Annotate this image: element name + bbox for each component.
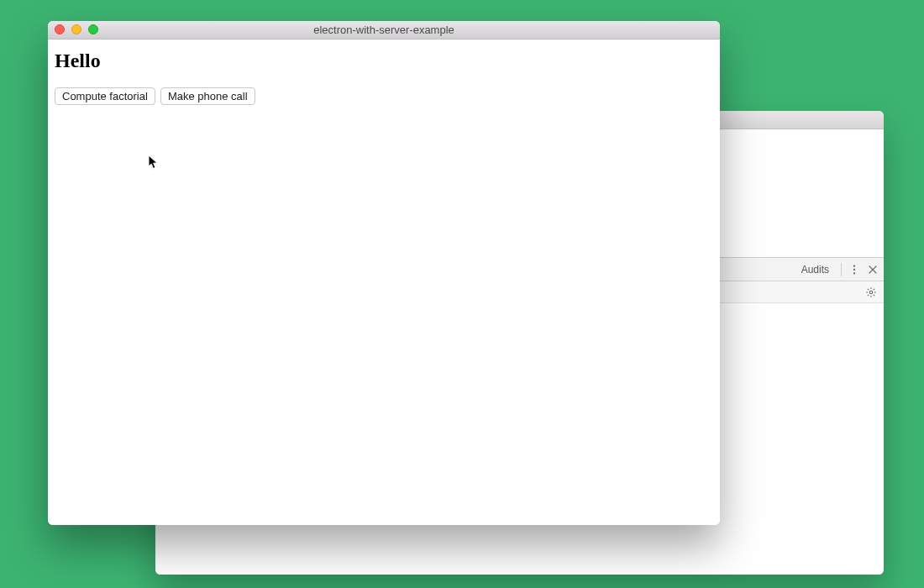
window-titlebar[interactable]: electron-with-server-example bbox=[48, 21, 720, 39]
make-phone-call-button[interactable]: Make phone call bbox=[160, 87, 255, 105]
svg-point-0 bbox=[853, 265, 855, 266]
svg-point-1 bbox=[853, 268, 855, 270]
svg-point-3 bbox=[869, 291, 873, 294]
gear-icon[interactable] bbox=[865, 286, 877, 298]
traffic-lights bbox=[55, 24, 98, 34]
window-minimize-button[interactable] bbox=[71, 24, 81, 34]
window-zoom-button[interactable] bbox=[88, 24, 98, 34]
button-row: Compute factorial Make phone call bbox=[55, 87, 713, 105]
svg-line-9 bbox=[874, 294, 874, 295]
window-close-button[interactable] bbox=[55, 24, 65, 34]
close-icon[interactable] bbox=[867, 264, 879, 276]
page-title: Hello bbox=[55, 50, 713, 72]
svg-line-10 bbox=[874, 288, 874, 289]
svg-line-11 bbox=[868, 294, 869, 295]
window-content: Hello Compute factorial Make phone call bbox=[48, 39, 720, 525]
more-vertical-icon[interactable] bbox=[848, 264, 860, 276]
window-title: electron-with-server-example bbox=[48, 24, 720, 36]
compute-factorial-button[interactable]: Compute factorial bbox=[55, 87, 155, 105]
svg-point-2 bbox=[853, 272, 855, 274]
tab-audits[interactable]: Audits bbox=[796, 264, 834, 276]
svg-line-8 bbox=[868, 288, 869, 289]
divider bbox=[841, 263, 842, 276]
electron-window: electron-with-server-example Hello Compu… bbox=[48, 21, 720, 525]
